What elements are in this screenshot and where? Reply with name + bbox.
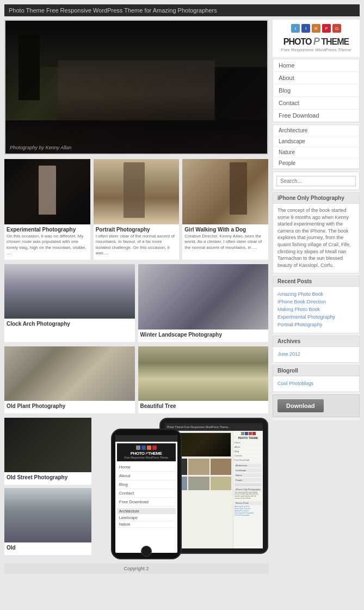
photo-info-2: Portrait Photography I often steer clear… [94,224,180,260]
sidebar-nav-freedownload[interactable]: Free Download [273,109,359,122]
photo-title-5: Winter Landscape Photography [140,332,267,338]
social-icon-rss[interactable]: R [312,24,320,33]
photo-thumb-7 [138,346,269,401]
sidebar-cat-nature[interactable]: Nature [273,147,359,158]
social-icon-google[interactable]: G [332,24,341,33]
photo-thumb-5 [138,264,269,330]
photo-thumb-3 [182,159,268,224]
sidebar-recent-1[interactable]: Amazing Photo Book [277,290,355,298]
sidebar-cat-architecture[interactable]: Architecture [273,125,359,136]
photo-desc-2: I often steer clear of the normal ascent… [96,234,177,257]
iphone-nav-blog[interactable]: Blog [117,480,176,489]
iphone-nav-freedl[interactable]: Free Download [117,498,176,507]
bottom-row: Old Street Photography Old [4,418,268,559]
ipad-social-4 [252,432,256,435]
photo-info-1: Experimental Photography On this occasio… [4,224,90,260]
ipad-nav-download: Free Download [235,458,262,462]
photo-figure-3 [230,162,247,215]
hero-trees [18,34,39,100]
iphone-logo-text: PHOTO PTHEME [119,451,174,456]
sidebar-nav-contact[interactable]: Contact [273,97,359,109]
sidebar-recent-2[interactable]: iPhone Book Direction [277,298,355,306]
sidebar-iphone-widget: iPhone Only Photography The concept of t… [273,192,360,273]
sidebar-blogroll-1[interactable]: Cool Photoblogs [277,380,355,387]
photo-info-6: Old Plant Photography [4,401,135,413]
social-icon-pinterest[interactable]: P [322,24,331,33]
photo-item-4: Clock Arch Photography [4,264,135,342]
sidebar-logo-area: t f R P G PHOTO P THEME Free Responsive … [273,20,360,57]
ipad-thumb-2 [188,459,209,475]
iphone-social-3 [147,446,151,450]
sidebar-nav-about[interactable]: About [273,72,359,84]
logo-p-accent: P [313,36,319,47]
iphone-home-button[interactable] [141,546,152,557]
ipad-social-row [235,432,262,435]
search-input[interactable] [276,176,356,186]
photo-thumb-2 [94,159,180,224]
photo-desc-1: On this occasion, it was no different. M… [7,234,88,257]
photo-title-4: Clock Arch Photography [7,321,133,327]
page-title: Photo Theme Free Responsive WordPress Th… [9,7,217,14]
iphone-nav-about[interactable]: About [117,472,176,480]
street-photo-column: Old Street Photography Old [4,418,91,559]
sidebar-archive-june2012[interactable]: June 2012 [277,350,355,358]
social-icon-facebook[interactable]: f [301,24,310,33]
sidebar-recent-3[interactable]: Making Photo Book [277,306,355,313]
photo-title-3: Girl Walking With a Dog [184,227,266,233]
ipad-iphone-section: iPhone Only Photography [235,487,262,491]
photo-thumb-4 [4,264,135,319]
sidebar-recent-5[interactable]: Portrait Photography [277,321,355,328]
sidebar-recent-posts: Recent Posts Amazing Photo Book iPhone B… [273,276,360,333]
photo-item-9: Old [4,488,91,555]
ipad-nav-home: Home [235,441,262,445]
social-icon-twitter[interactable]: t [291,24,300,33]
photo-info-4: Clock Arch Photography [4,319,135,331]
sidebar-social-icons: t f R P G [277,24,355,33]
ipad-social-3 [249,432,252,435]
photo-grid-row3: Old Plant Photography Beautiful Tree [4,346,268,413]
page-wrapper: Photo Theme Free Responsive WordPress Th… [0,0,364,578]
photo-thumb-6 [4,346,135,401]
ipad-nav-blog: Blog [235,449,262,454]
sidebar-cat-people[interactable]: People [273,158,359,169]
page-title-bar: Photo Theme Free Responsive WordPress Th… [4,4,360,16]
photo-title-2: Portrait Photography [96,227,177,233]
ipad-recent-section: Recent Posts [235,501,262,505]
photo-figure-2 [124,162,145,218]
ipad-search-bar [235,483,262,486]
sidebar-cat-landscape[interactable]: Landscape [273,136,359,147]
photo-item-1: Experimental Photography On this occasio… [4,159,90,260]
iphone-tagline: Free Responsive WordPress Theme [119,456,174,459]
ipad-url-bar: Photo Theme Free Responsive WordPress Th… [167,425,230,429]
iphone-nav-home[interactable]: Home [117,463,176,472]
iphone-nav-contact[interactable]: Contact [117,489,176,498]
logo-theme: THEME [321,37,349,46]
photo-item-2: Portrait Photography I often steer clear… [94,159,180,260]
photo-title-1: Experimental Photography [7,227,88,233]
sidebar-nav-home[interactable]: Home [273,59,359,72]
sidebar-recent-title: Recent Posts [273,276,359,287]
photo-info-5: Winter Landscape Photography [138,330,269,342]
photo-thumb-1 [4,159,90,224]
sidebar-nav: Home About Blog Contact Free Download [273,59,360,123]
iphone-logo-area: PHOTO PTHEME Free Responsive WordPress T… [117,443,176,461]
main-layout: Photography by Kenny Allan Experimental … [4,20,360,574]
iphone-screen: PHOTO PTHEME Free Responsive WordPress T… [115,435,177,553]
photo-title-8: Old Street Photography [7,474,89,480]
hero-image-bg [5,21,267,154]
photo-title-6: Old Plant Photography [7,403,133,409]
ipad-cat-land: Landscape [235,468,262,472]
hero-caption: Photography by Kenny Allan [10,145,71,150]
ipad-cat-ppl: People [235,478,262,482]
iphone-cat-nature[interactable]: Nature [117,521,176,528]
ipad-recent-5: Portrait Photography [235,514,262,516]
sidebar-recent-4[interactable]: Experimental Photography [277,313,355,321]
iphone-social-icons [119,446,174,450]
download-button[interactable]: Download [277,399,324,412]
photo-item-7: Beautiful Tree [138,346,269,413]
photo-grid-row1: Experimental Photography On this occasio… [4,159,268,260]
iphone-cat-landscape[interactable]: Landscape [117,515,176,521]
sidebar-logo: PHOTO P THEME [277,36,355,47]
sidebar-nav-blog[interactable]: Blog [273,84,359,97]
iphone-screen-header [115,435,177,442]
